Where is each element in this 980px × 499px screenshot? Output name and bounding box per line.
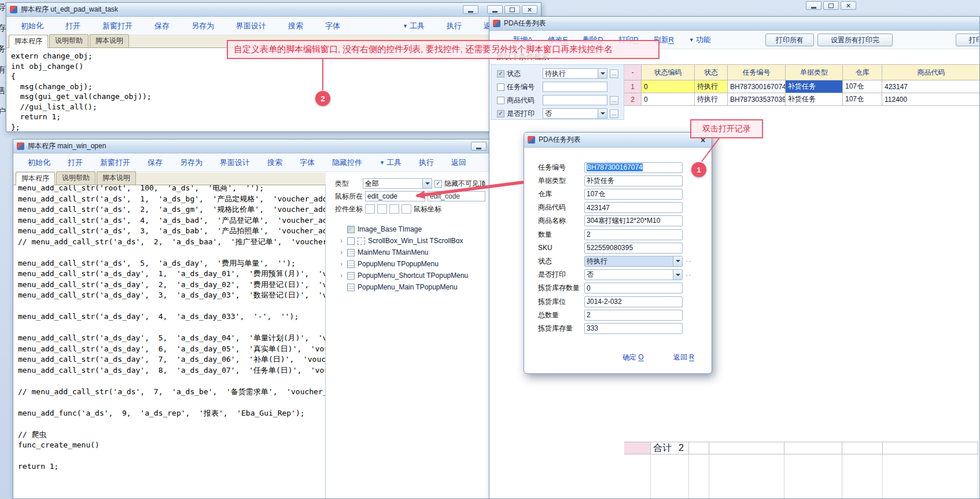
grid-cell[interactable]: 423147 (882, 80, 980, 93)
dialog-select[interactable]: 待执行 (584, 256, 683, 267)
tree-item[interactable]: Image_Base TImage (326, 223, 490, 235)
grid-cell[interactable]: 0 (642, 80, 695, 93)
left-edge-tab[interactable]: 务 (0, 44, 6, 54)
ok-button[interactable]: 确定 O (622, 353, 644, 362)
menu-item[interactable]: 另存为 (191, 21, 214, 31)
grid-cell[interactable]: 补货任务 (786, 80, 843, 93)
mouse-control-field[interactable]: edit_code (365, 191, 425, 201)
tab[interactable]: 脚本说明 (97, 171, 136, 185)
table-row[interactable]: 20待执行BH787303537039补货任务107仓112400 (624, 93, 980, 106)
grid-cell[interactable]: 待执行 (695, 80, 728, 93)
toolbar-button[interactable]: 打印所有 (765, 34, 814, 46)
filter-input[interactable] (543, 82, 607, 92)
menu-item[interactable]: 新窗打开 (102, 21, 132, 31)
coord-field[interactable] (401, 204, 411, 214)
menu-item[interactable]: 字体 (325, 21, 340, 31)
minimize-icon[interactable] (806, 1, 821, 10)
code-editor[interactable]: menu_add_call_str('root', 100, 'a_ds', '… (13, 185, 326, 498)
tab[interactable]: 说明帮助 (56, 171, 95, 185)
dialog-input[interactable]: 107仓 (584, 189, 683, 200)
coord-field[interactable] (377, 204, 387, 214)
menu-item[interactable]: 界面设计 (236, 21, 266, 31)
menu-item[interactable]: 搜索 (288, 21, 303, 31)
menu-item[interactable]: 保存 (154, 21, 170, 31)
code-editor[interactable]: extern change_obj;int obj_change(){ msg(… (6, 48, 541, 131)
tab[interactable]: 脚本说明 (90, 34, 129, 47)
tab[interactable]: 脚本程序 (16, 172, 55, 185)
left-edge-tab[interactable]: 售 (0, 86, 6, 96)
grid-cell[interactable]: 补货任务 (786, 93, 843, 106)
minimize-icon[interactable] (471, 142, 487, 151)
dialog-input[interactable]: BH787300167074 (584, 162, 683, 173)
menu-item[interactable]: 新窗打开 (100, 157, 130, 168)
dialog-input[interactable]: 2 (584, 229, 683, 240)
toolbar-button[interactable]: 打印 (956, 34, 980, 46)
dialog-input[interactable]: 333 (584, 323, 683, 334)
mouse-control-field-2[interactable]: edit_code (428, 191, 485, 201)
grid-cell[interactable]: 107仓 (843, 93, 882, 106)
dialog-input[interactable]: 522559080395 (584, 243, 683, 254)
close-icon[interactable]: × (841, 1, 856, 10)
menu-item[interactable]: 执行 (447, 21, 462, 31)
coord-field[interactable] (389, 204, 399, 214)
titlebar[interactable]: 脚本程序 ut_edt_pad_wait_task × (6, 3, 541, 17)
dialog-select[interactable]: 否 (584, 269, 683, 280)
maximize-icon[interactable] (823, 1, 839, 10)
grid-cell[interactable]: 112400 (882, 93, 980, 106)
menu-item[interactable]: 打开 (65, 21, 80, 31)
expand-arrow-icon[interactable]: › (338, 248, 344, 256)
tree-item[interactable]: ›ScrollBox_Win_List TScrollBox (326, 235, 490, 247)
dialog-input[interactable]: 304塞打螺钉12*20*M10 (584, 215, 683, 226)
dialog-input[interactable]: 2 (584, 310, 683, 321)
hide-invisible-checkbox[interactable]: ✓ (434, 180, 442, 188)
tab[interactable]: 脚本程序 (9, 35, 48, 48)
menu-item[interactable]: 初始化 (28, 157, 50, 168)
menu-item[interactable]: 界面设计 (220, 157, 250, 168)
grid-cell[interactable]: 0 (642, 93, 695, 106)
grid-cell[interactable]: 待执行 (695, 93, 728, 106)
checkbox[interactable]: ✓ (497, 70, 504, 78)
table-row[interactable]: 10待执行BH787300167074补货任务107仓423147 (624, 80, 980, 93)
expand-arrow-icon[interactable]: › (338, 237, 344, 245)
checkbox[interactable] (497, 97, 504, 104)
dialog-input[interactable]: 补货任务 (584, 175, 683, 186)
menu-item[interactable]: 打开 (68, 157, 83, 168)
titlebar[interactable]: PDA任务列表 (489, 17, 979, 31)
toolbar-menu-func[interactable]: ▼功能 (689, 35, 711, 45)
grid-cell[interactable]: 107仓 (843, 80, 882, 93)
checkbox[interactable] (347, 237, 355, 245)
tree-item[interactable]: ›MainMenu TMainMenu (326, 247, 490, 258)
filter-select[interactable]: 待执行 (543, 68, 607, 79)
more-button[interactable]: … (610, 69, 618, 78)
type-select[interactable]: 全部 (363, 178, 432, 189)
dialog-input[interactable]: J014-2-032 (584, 296, 683, 307)
menu-item[interactable]: 隐藏控件 (332, 157, 362, 168)
close-icon[interactable]: × (522, 5, 537, 14)
menu-item[interactable]: 初始化 (21, 21, 43, 31)
titlebar[interactable]: 脚本程序 main_win_open (13, 140, 490, 153)
more-button[interactable]: … (610, 109, 618, 118)
minimize-icon[interactable] (487, 5, 503, 14)
minimize-icon[interactable] (463, 5, 478, 14)
menu-item[interactable]: 执行 (419, 157, 434, 168)
grid-header-cell[interactable]: 任务编号 (728, 64, 786, 80)
dialog-input[interactable]: 0 (584, 282, 683, 293)
tree-item[interactable]: PopupMenu_Main TPopupMenu (326, 281, 490, 293)
expand-arrow-icon[interactable]: › (338, 260, 344, 268)
menu-item[interactable]: 另存为 (180, 157, 202, 168)
left-edge-tab[interactable]: 存 (0, 23, 6, 34)
expand-arrow-icon[interactable]: › (338, 271, 344, 280)
tree-item[interactable]: ›PopupMenu_Shortcut TPopupMenu (326, 270, 490, 281)
dialog-titlebar[interactable]: PDA任务列表 × (524, 133, 712, 148)
menu-item[interactable]: 保存 (148, 157, 163, 168)
grid-header-cell[interactable]: 状态 (695, 64, 728, 80)
menu-item[interactable]: 返回 (451, 157, 466, 168)
menu-item[interactable]: ▼工具 (403, 21, 425, 31)
menu-item[interactable]: 搜索 (267, 157, 282, 168)
grid-header-cell[interactable]: 单据类型 (786, 64, 843, 80)
tab[interactable]: 说明帮助 (49, 34, 89, 47)
left-edge-tab[interactable]: 有 (0, 65, 6, 75)
grid-header-cell[interactable]: 仓库 (843, 64, 882, 80)
left-edge-tab[interactable]: 户 (0, 107, 6, 117)
checkbox[interactable]: ✓ (497, 110, 504, 118)
